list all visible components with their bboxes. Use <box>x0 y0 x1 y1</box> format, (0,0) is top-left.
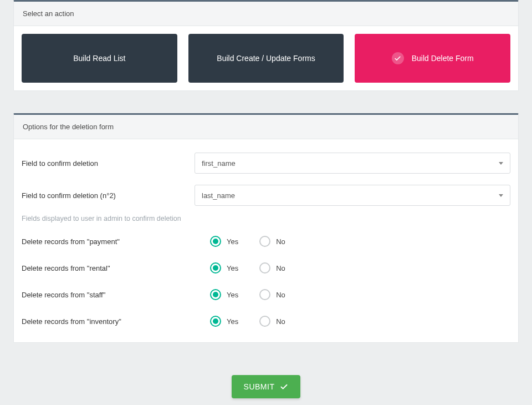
radio-checked-icon <box>210 236 221 247</box>
delete-staff-row: Delete records from "staff" Yes No <box>22 281 510 308</box>
delete-rental-yes[interactable]: Yes <box>210 262 238 274</box>
action-row: Build Read List Build Create / Update Fo… <box>22 34 510 83</box>
delete-staff-no[interactable]: No <box>259 289 285 300</box>
delete-inventory-no[interactable]: No <box>259 316 285 327</box>
options-card: Options for the deletion form Field to c… <box>13 113 519 343</box>
help-text: Fields displayed to user in admin to con… <box>22 211 510 228</box>
radio-unchecked-icon <box>259 236 270 247</box>
chevron-down-icon <box>499 162 503 165</box>
delete-rental-row: Delete records from "rental" Yes No <box>22 255 510 281</box>
field1-select[interactable]: first_name <box>195 153 510 174</box>
no-label: No <box>276 237 285 246</box>
radio-checked-icon <box>210 262 221 274</box>
select-action-body: Build Read List Build Create / Update Fo… <box>14 26 518 90</box>
field1-value: first_name <box>202 159 236 168</box>
field1-label: Field to confirm deletion <box>22 159 195 168</box>
delete-rental-label: Delete records from "rental" <box>22 264 210 272</box>
build-read-list-label: Build Read List <box>73 54 125 63</box>
field2-select[interactable]: last_name <box>195 185 510 206</box>
delete-payment-group: Yes No <box>210 236 285 247</box>
delete-payment-yes[interactable]: Yes <box>210 236 238 247</box>
build-create-update-label: Build Create / Update Forms <box>217 54 315 63</box>
delete-inventory-group: Yes No <box>210 316 285 327</box>
select-action-card: Select an action Build Read List Build C… <box>13 0 519 91</box>
yes-label: Yes <box>227 237 238 246</box>
delete-inventory-row: Delete records from "inventory" Yes No <box>22 308 510 335</box>
delete-staff-label: Delete records from "staff" <box>22 291 210 299</box>
radio-checked-icon <box>210 289 221 300</box>
build-create-update-button[interactable]: Build Create / Update Forms <box>188 34 344 83</box>
delete-rental-no[interactable]: No <box>259 262 285 274</box>
build-delete-form-button[interactable]: Build Delete Form <box>355 34 510 83</box>
check-icon <box>392 52 404 64</box>
field2-value: last_name <box>202 191 235 200</box>
radio-unchecked-icon <box>259 289 270 300</box>
check-icon <box>280 383 288 391</box>
build-delete-form-label: Build Delete Form <box>412 54 474 63</box>
radio-checked-icon <box>210 316 221 327</box>
options-body: Field to confirm deletion first_name Fie… <box>14 139 518 342</box>
options-header: Options for the deletion form <box>14 115 518 139</box>
chevron-down-icon <box>499 194 503 197</box>
submit-button[interactable]: SUBMIT <box>232 375 301 398</box>
field2-row: Field to confirm deletion (n°2) last_nam… <box>22 179 510 211</box>
build-read-list-button[interactable]: Build Read List <box>22 34 177 83</box>
radio-unchecked-icon <box>259 316 270 327</box>
delete-inventory-label: Delete records from "inventory" <box>22 317 210 326</box>
no-label: No <box>276 317 285 326</box>
no-label: No <box>276 264 285 272</box>
yes-label: Yes <box>227 264 238 272</box>
no-label: No <box>276 291 285 299</box>
select-action-header: Select an action <box>14 2 518 26</box>
delete-inventory-yes[interactable]: Yes <box>210 316 238 327</box>
delete-rental-group: Yes No <box>210 262 285 274</box>
delete-staff-yes[interactable]: Yes <box>210 289 238 300</box>
submit-wrap: SUBMIT <box>0 365 532 405</box>
delete-payment-label: Delete records from "payment" <box>22 237 210 246</box>
delete-staff-group: Yes No <box>210 289 285 300</box>
yes-label: Yes <box>227 291 238 299</box>
submit-label: SUBMIT <box>244 382 275 391</box>
radio-unchecked-icon <box>259 262 270 274</box>
delete-payment-row: Delete records from "payment" Yes No <box>22 228 510 255</box>
field2-label: Field to confirm deletion (n°2) <box>22 191 195 200</box>
delete-payment-no[interactable]: No <box>259 236 285 247</box>
field1-row: Field to confirm deletion first_name <box>22 147 510 179</box>
yes-label: Yes <box>227 317 238 326</box>
